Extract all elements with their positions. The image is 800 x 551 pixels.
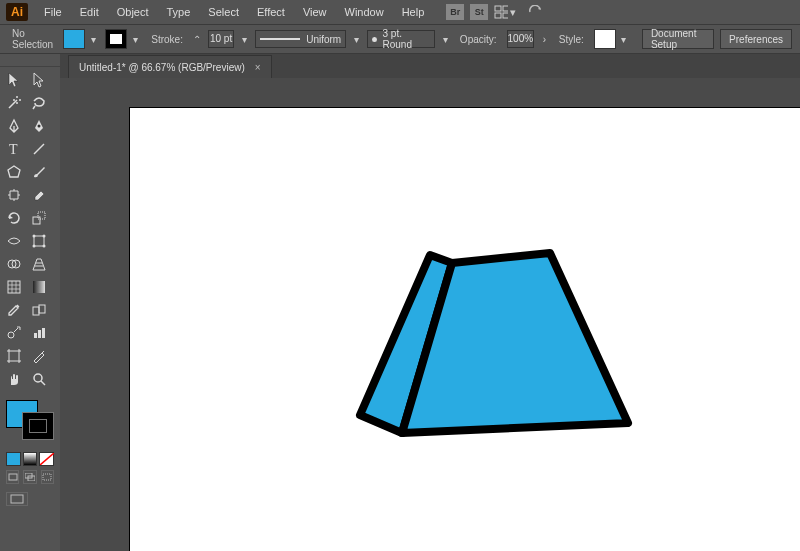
menu-window[interactable]: Window [337, 3, 392, 21]
draw-inside-icon[interactable] [41, 470, 54, 484]
svg-line-29 [40, 453, 54, 465]
svg-rect-25 [42, 328, 45, 338]
screen-switch-row [0, 490, 60, 508]
chevron-down-icon[interactable]: ▾ [240, 33, 249, 45]
brush-tool[interactable] [27, 161, 51, 183]
menu-view[interactable]: View [295, 3, 335, 21]
fill-swatch-control[interactable]: ▾ [63, 29, 99, 49]
bridge-icon[interactable]: Br [446, 4, 464, 20]
perspective-tool[interactable] [27, 253, 51, 275]
preferences-button[interactable]: Preferences [720, 29, 792, 49]
svg-point-15 [43, 245, 46, 248]
chevron-right-icon[interactable]: › [540, 33, 549, 45]
tool-panel: T [0, 54, 60, 551]
chevron-down-icon: ▾ [618, 33, 630, 45]
mesh-tool[interactable] [2, 276, 26, 298]
color-mode-none[interactable] [39, 452, 54, 466]
hand-tool[interactable] [2, 368, 26, 390]
document-tab-bar: Untitled-1* @ 66.67% (RGB/Preview) × [60, 54, 800, 78]
svg-rect-19 [33, 281, 45, 293]
stock-icon[interactable]: St [470, 4, 488, 20]
width-tool[interactable] [2, 230, 26, 252]
pen-tool[interactable] [2, 115, 26, 137]
svg-rect-24 [38, 330, 41, 338]
blend-tool[interactable] [27, 299, 51, 321]
stroke-swatch-control[interactable]: ▾ [105, 29, 141, 49]
svg-rect-0 [495, 6, 501, 11]
profile-dropdown[interactable]: Uniform [255, 30, 346, 48]
free-transform-tool[interactable] [27, 230, 51, 252]
lasso-tool[interactable] [27, 92, 51, 114]
menu-object[interactable]: Object [109, 3, 157, 21]
svg-rect-21 [39, 305, 45, 313]
symbol-sprayer-tool[interactable] [2, 322, 26, 344]
opacity-field[interactable]: 100% [507, 30, 535, 48]
app-logo: Ai [6, 3, 28, 21]
svg-point-13 [43, 235, 46, 238]
chevron-down-icon[interactable]: ▾ [441, 33, 450, 45]
canvas[interactable] [60, 78, 800, 551]
color-mode-row [0, 450, 60, 468]
gradient-tool[interactable] [27, 276, 51, 298]
document-setup-button[interactable]: Document Setup [642, 29, 714, 49]
menu-type[interactable]: Type [159, 3, 199, 21]
color-mode-gradient[interactable] [23, 452, 38, 466]
line-tool[interactable] [27, 138, 51, 160]
shape-builder-tool[interactable] [2, 253, 26, 275]
panel-grip[interactable] [0, 54, 60, 67]
rotate-tool[interactable] [2, 207, 26, 229]
zoom-tool[interactable] [27, 368, 51, 390]
menu-edit[interactable]: Edit [72, 3, 107, 21]
draw-normal-icon[interactable] [6, 470, 19, 484]
document-tab[interactable]: Untitled-1* @ 66.67% (RGB/Preview) × [68, 55, 272, 78]
menu-select[interactable]: Select [200, 3, 247, 21]
curvature-tool[interactable] [27, 115, 51, 137]
slice-tool[interactable] [27, 345, 51, 367]
graph-tool[interactable] [27, 322, 51, 344]
prism-shape[interactable] [350, 243, 650, 463]
stroke-decrease-icon[interactable]: ⌃ [193, 33, 202, 45]
svg-point-17 [12, 260, 20, 268]
style-swatch-control[interactable]: ▾ [594, 29, 630, 49]
svg-point-27 [34, 374, 42, 382]
selection-tool[interactable] [2, 69, 26, 91]
color-mode-solid[interactable] [6, 452, 21, 466]
menu-effect[interactable]: Effect [249, 3, 293, 21]
menu-app-icons: Br St ▾ [446, 1, 548, 23]
svg-point-16 [8, 260, 16, 268]
stroke-color-swatch[interactable] [22, 412, 54, 440]
artboard-tool[interactable] [2, 345, 26, 367]
close-icon[interactable]: × [255, 62, 261, 73]
svg-point-12 [33, 235, 36, 238]
shape-tool[interactable] [2, 161, 26, 183]
stroke-weight-field[interactable]: 10 pt [208, 30, 235, 48]
color-selector[interactable] [0, 398, 60, 450]
menu-help[interactable]: Help [394, 3, 433, 21]
eraser-tool[interactable] [27, 184, 51, 206]
arrange-icon[interactable]: ▾ [494, 1, 518, 23]
options-bar: No Selection ▾ ▾ Stroke: ⌃ 10 pt ▾ Unifo… [0, 24, 800, 54]
eyedropper-tool[interactable] [2, 299, 26, 321]
screen-mode-button[interactable] [6, 492, 28, 506]
work-area: T [0, 54, 800, 551]
profile-label: Uniform [306, 34, 341, 45]
document-tab-title: Untitled-1* @ 66.67% (RGB/Preview) [79, 62, 245, 73]
selection-status: No Selection [8, 26, 57, 52]
svg-rect-26 [9, 351, 19, 361]
style-swatch [594, 29, 616, 49]
chevron-down-icon[interactable]: ▾ [352, 33, 361, 45]
sync-icon[interactable] [524, 1, 548, 23]
scale-tool[interactable] [27, 207, 51, 229]
type-tool[interactable]: T [2, 138, 26, 160]
shaper-tool[interactable] [2, 184, 26, 206]
direct-selection-tool[interactable] [27, 69, 51, 91]
menu-file[interactable]: File [36, 3, 70, 21]
brush-label: 3 pt. Round [383, 28, 431, 50]
svg-point-22 [8, 332, 14, 338]
brush-dropdown[interactable]: 3 pt. Round [367, 30, 435, 48]
draw-behind-icon[interactable] [23, 470, 36, 484]
svg-rect-34 [11, 495, 23, 503]
svg-text:T: T [9, 142, 18, 156]
svg-rect-20 [33, 307, 39, 315]
magic-wand-tool[interactable] [2, 92, 26, 114]
